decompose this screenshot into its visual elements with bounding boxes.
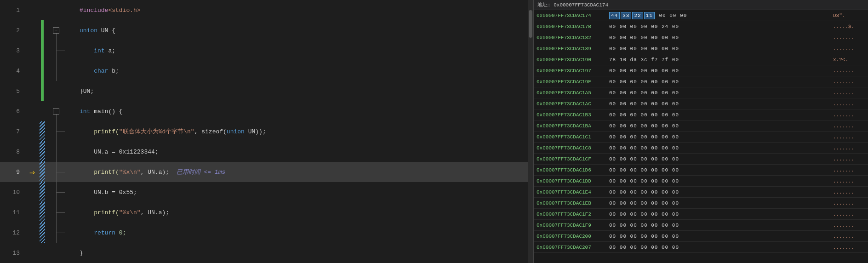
line-number: 1 bbox=[0, 0, 25, 20]
memory-address: 0x00007FF73CDAC1CF bbox=[534, 155, 607, 163]
gutter-blue-stripe bbox=[40, 162, 45, 182]
memory-row: 0x00007FF73CDAC1F200 00 00 00 00 00 00..… bbox=[534, 209, 868, 220]
memory-address: 0x00007FF73CDAC207 bbox=[534, 244, 607, 251]
tree-col bbox=[48, 182, 76, 202]
line-number: 6 bbox=[0, 101, 25, 121]
memory-bytes: 00 00 00 00 00 00 00 bbox=[607, 222, 831, 229]
tree-horiz-line bbox=[57, 172, 65, 172]
tree-col: − bbox=[48, 101, 76, 121]
memory-row: 0x00007FF73CDAC1D600 00 00 00 00 00 00..… bbox=[534, 165, 868, 176]
line-arrow-col bbox=[25, 40, 39, 61]
tree-col bbox=[48, 121, 76, 142]
memory-ascii: ....... bbox=[831, 200, 868, 207]
memory-bytes: 00 00 00 00 00 00 00 bbox=[607, 89, 831, 97]
gutter-blue-stripe bbox=[40, 182, 45, 202]
memory-row: 0x00007FF73CDAC1EB00 00 00 00 00 00 00..… bbox=[534, 198, 868, 209]
memory-bytes: 00 00 00 00 00 00 00 bbox=[607, 177, 831, 185]
memory-address: 0x00007FF73CDAC1BA bbox=[534, 122, 607, 130]
memory-row: 0x00007FF73CDAC1A500 00 00 00 00 00 00..… bbox=[534, 87, 868, 98]
memory-bytes: 00 00 00 00 00 24 00 bbox=[607, 23, 831, 30]
code-content: UN.b = 0x55; bbox=[76, 182, 528, 202]
memory-row: 0x00007FF73CDAC1AC00 00 00 00 00 00 00..… bbox=[534, 98, 868, 109]
memory-bytes: 00 00 00 00 00 00 00 bbox=[607, 111, 831, 119]
collapse-box[interactable]: − bbox=[53, 108, 59, 114]
code-row: 11 printf("%x\n", UN.a); bbox=[0, 202, 528, 223]
code-content: int main() { bbox=[76, 101, 528, 121]
gutter-col bbox=[39, 243, 48, 263]
code-row: 10 UN.b = 0x55; bbox=[0, 182, 528, 202]
tree-horiz-line bbox=[57, 132, 65, 132]
code-token: "联合体大小为%d个字节\n" bbox=[119, 127, 194, 136]
code-token: 已用时间 <= 1ms bbox=[169, 168, 225, 176]
memory-address: 0x00007FF73CDAC174 bbox=[534, 12, 607, 19]
scrollbar-thumb[interactable] bbox=[529, 10, 532, 38]
memory-ascii: ....... bbox=[831, 177, 868, 185]
code-row: 6−int main() { bbox=[0, 101, 528, 121]
collapse-box[interactable]: − bbox=[53, 27, 59, 34]
tree-col bbox=[48, 40, 76, 61]
code-token: } bbox=[80, 250, 83, 257]
code-token: a; bbox=[105, 47, 115, 54]
code-token: UN)); bbox=[245, 128, 266, 135]
line-arrow-col bbox=[25, 121, 39, 142]
memory-address: 0x00007FF73CDAC19E bbox=[534, 78, 607, 86]
code-row: 9⇒ printf("%x\n", UN.a); 已用时间 <= 1ms bbox=[0, 162, 528, 182]
code-area: 1#include<stdio.h>2−union UN {3 int a;4 … bbox=[0, 0, 528, 263]
code-token: printf( bbox=[80, 209, 119, 216]
memory-row: 0x00007FF73CDAC20000 00 00 00 00 00 00..… bbox=[534, 231, 868, 242]
memory-panel: 地址: 0x00007FF73CDAC174 0x00007FF73CDAC17… bbox=[533, 0, 868, 263]
tree-col bbox=[48, 61, 76, 81]
code-token: printf( bbox=[80, 169, 119, 176]
gutter-blue-stripe bbox=[40, 121, 45, 142]
memory-bytes: 00 00 00 00 00 00 00 bbox=[607, 233, 831, 240]
gutter-green-bar bbox=[41, 40, 44, 61]
tree-horiz-line bbox=[57, 192, 65, 193]
memory-address: 0x00007FF73CDAC1D6 bbox=[534, 166, 607, 174]
memory-address: 0x00007FF73CDAC1F9 bbox=[534, 222, 607, 229]
memory-ascii: ....... bbox=[831, 111, 868, 119]
gutter-col bbox=[39, 121, 48, 142]
line-arrow-col bbox=[25, 142, 39, 162]
memory-ascii: ....... bbox=[831, 34, 868, 41]
memory-ascii: ....... bbox=[831, 233, 868, 240]
gutter-col bbox=[39, 223, 48, 243]
memory-ascii: ....... bbox=[831, 122, 868, 130]
code-row: 2−union UN { bbox=[0, 20, 528, 40]
line-arrow-col bbox=[25, 182, 39, 202]
code-token: }UN; bbox=[80, 88, 94, 95]
memory-address: 0x00007FF73CDAC1C8 bbox=[534, 144, 607, 152]
code-content: union UN { bbox=[76, 20, 528, 40]
code-content: #include<stdio.h> bbox=[76, 0, 528, 20]
memory-row: 0x00007FF73CDAC20700 00 00 00 00 00 00..… bbox=[534, 242, 868, 253]
memory-row: 0x00007FF73CDAC18200 00 00 00 00 00 00..… bbox=[534, 32, 868, 43]
memory-address: 0x00007FF73CDAC1B3 bbox=[534, 111, 607, 119]
code-row: 5}UN; bbox=[0, 81, 528, 101]
memory-bytes: 78 10 da 3c f7 7f 00 bbox=[607, 56, 831, 63]
line-number: 8 bbox=[0, 142, 25, 162]
gutter-green-bar bbox=[41, 20, 44, 40]
tree-horiz-line bbox=[57, 212, 65, 213]
gutter-col bbox=[39, 61, 48, 81]
line-number: 3 bbox=[0, 40, 25, 61]
code-token: b; bbox=[108, 68, 119, 74]
code-row: 3 int a; bbox=[0, 40, 528, 61]
memory-ascii: ....... bbox=[831, 166, 868, 174]
tree-col bbox=[48, 223, 76, 243]
gutter-green-bar bbox=[41, 61, 44, 81]
gutter-col bbox=[39, 20, 48, 40]
tree-col: − bbox=[48, 20, 76, 40]
current-line-arrow-icon: ⇒ bbox=[29, 166, 35, 178]
code-token: "%x\n" bbox=[119, 169, 141, 176]
tree-col bbox=[48, 162, 76, 182]
memory-row: 0x00007FF73CDAC1E400 00 00 00 00 00 00..… bbox=[534, 187, 868, 198]
memory-address: 0x00007FF73CDAC190 bbox=[534, 56, 607, 63]
code-row: 13} bbox=[0, 243, 528, 263]
code-token: , UN.a); bbox=[141, 169, 169, 176]
code-row: 7 printf("联合体大小为%d个字节\n", sizeof(union U… bbox=[0, 121, 528, 142]
gutter-blue-stripe bbox=[40, 142, 45, 162]
code-scrollbar[interactable] bbox=[528, 0, 533, 263]
memory-address: 0x00007FF73CDAC1A5 bbox=[534, 89, 607, 97]
code-token: UN { bbox=[97, 27, 115, 34]
tree-horiz-line bbox=[57, 233, 65, 233]
line-number: 12 bbox=[0, 223, 25, 243]
